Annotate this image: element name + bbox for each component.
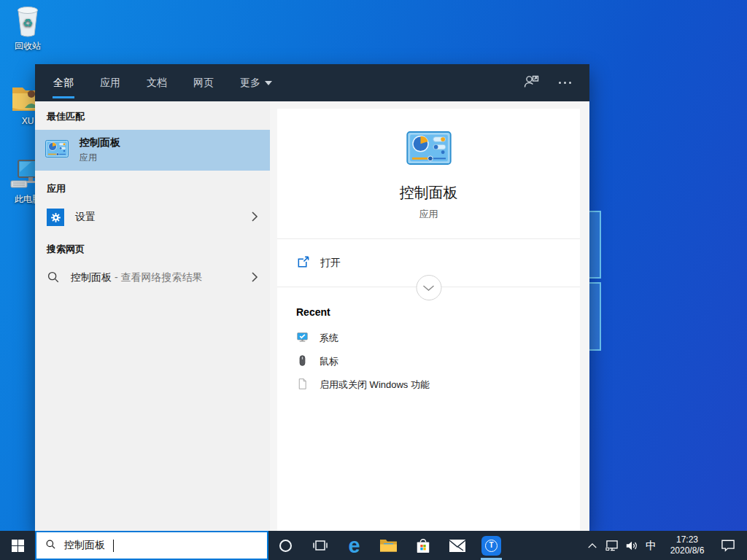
recent-section: Recent 系统 <box>277 287 580 397</box>
svg-text:♻: ♻ <box>23 17 33 29</box>
taskbar-search-box[interactable]: 控制面板 <box>35 531 268 560</box>
best-match-title: 控制面板 <box>80 136 120 149</box>
settings-label: 设置 <box>75 211 96 224</box>
tab-web-label: 网页 <box>193 77 214 90</box>
search-results-pane: 最佳匹配 <box>35 101 270 531</box>
search-flyout-panel: 全部 应用 文档 网页 更多 <box>35 64 589 531</box>
ime-indicator[interactable]: 中 <box>641 531 661 560</box>
recent-item-system[interactable]: 系统 <box>296 327 561 350</box>
mouse-icon <box>296 354 309 369</box>
preview-card: 控制面板 应用 打开 <box>277 109 580 531</box>
result-web-search[interactable]: 控制面板 - 查看网络搜索结果 <box>35 262 270 293</box>
sign-in-options-icon[interactable] <box>522 74 540 93</box>
recent-item-label: 鼠标 <box>320 355 338 368</box>
mail-button[interactable] <box>440 531 474 560</box>
chevron-right-icon[interactable] <box>251 211 258 225</box>
chevron-up-icon <box>587 542 597 549</box>
task-view-button[interactable] <box>303 531 337 560</box>
cortana-button[interactable] <box>268 531 303 560</box>
chevron-down-icon <box>265 81 272 85</box>
cortana-icon <box>279 540 292 552</box>
notification-icon <box>721 539 735 552</box>
open-label: 打开 <box>320 257 341 270</box>
search-input-value: 控制面板 <box>64 539 105 552</box>
text-cursor <box>113 540 114 552</box>
preview-title: 控制面板 <box>277 183 580 203</box>
best-match-header: 最佳匹配 <box>35 101 270 130</box>
ime-label: 中 <box>646 539 657 553</box>
system-monitor-icon <box>296 331 309 346</box>
web-search-suffix: - 查看网络搜索结果 <box>112 271 202 283</box>
system-tray: 中 17:23 2020/8/6 <box>582 531 747 560</box>
edge-button[interactable]: e <box>337 531 371 560</box>
search-tabs-bar: 全部 应用 文档 网页 更多 <box>35 64 589 101</box>
result-settings[interactable]: 设置 <box>35 203 270 231</box>
mail-icon <box>449 539 466 553</box>
tab-documents[interactable]: 文档 <box>147 64 167 101</box>
clock-date: 2020/8/6 <box>661 545 713 556</box>
expand-preview-button[interactable] <box>416 275 441 300</box>
tab-documents-label: 文档 <box>147 77 167 90</box>
control-panel-icon <box>45 140 69 160</box>
recent-item-label: 启用或关闭 Windows 功能 <box>320 378 430 392</box>
search-icon <box>47 271 60 286</box>
preview-hero: 控制面板 应用 <box>277 109 580 239</box>
tray-expand-button[interactable] <box>582 531 602 560</box>
taskbar: 控制面板 e <box>0 531 747 560</box>
desktop-icon-recycle-bin[interactable]: ♻ 回收站 <box>0 4 55 52</box>
tab-more-label: 更多 <box>240 77 260 90</box>
apps-section-header: 应用 <box>35 171 270 202</box>
web-search-query: 控制面板 <box>71 271 112 283</box>
preview-subtitle: 应用 <box>277 208 580 221</box>
more-options-icon[interactable] <box>559 82 571 84</box>
start-button[interactable] <box>0 531 35 560</box>
recent-header: Recent <box>296 306 561 318</box>
taskbar-clock[interactable]: 17:23 2020/8/6 <box>661 534 713 556</box>
volume-tray-button[interactable] <box>622 531 641 560</box>
tab-all-label: 全部 <box>53 77 74 90</box>
speaker-icon <box>625 540 638 551</box>
tab-all[interactable]: 全部 <box>53 64 74 101</box>
task-view-icon <box>312 539 328 552</box>
tab-apps-label: 应用 <box>100 77 120 90</box>
network-tray-button[interactable] <box>602 531 622 560</box>
edge-icon: e <box>348 535 360 556</box>
pinned-app-icon: T <box>481 536 501 556</box>
open-external-icon <box>296 255 310 271</box>
recent-item-label: 系统 <box>320 332 338 345</box>
file-explorer-icon <box>379 538 398 553</box>
recent-item-mouse[interactable]: 鼠标 <box>296 350 561 373</box>
tab-apps[interactable]: 应用 <box>100 64 120 101</box>
best-match-result-control-panel[interactable]: 控制面板 应用 <box>35 130 270 171</box>
desktop-icon-label: 回收站 <box>0 40 55 52</box>
store-button[interactable] <box>406 531 440 560</box>
clock-time: 17:23 <box>661 534 713 545</box>
best-match-subtitle: 应用 <box>80 152 120 164</box>
store-icon <box>415 537 431 554</box>
pinned-app-button[interactable]: T <box>474 531 508 560</box>
search-icon <box>45 539 56 553</box>
settings-gear-icon <box>47 209 64 226</box>
web-section-header: 搜索网页 <box>35 231 270 262</box>
control-panel-icon-large <box>406 155 452 167</box>
tab-web[interactable]: 网页 <box>193 64 214 101</box>
file-explorer-button[interactable] <box>371 531 406 560</box>
search-preview-pane: 控制面板 应用 打开 <box>270 101 589 531</box>
tab-more[interactable]: 更多 <box>240 64 272 101</box>
action-center-button[interactable] <box>713 531 743 560</box>
chevron-right-icon[interactable] <box>251 271 258 285</box>
recycle-bin-icon: ♻ <box>0 4 55 38</box>
recent-item-windows-features[interactable]: 启用或关闭 Windows 功能 <box>296 373 561 397</box>
document-page-icon <box>296 378 309 392</box>
network-icon <box>605 540 619 552</box>
windows-logo-icon <box>12 540 24 552</box>
